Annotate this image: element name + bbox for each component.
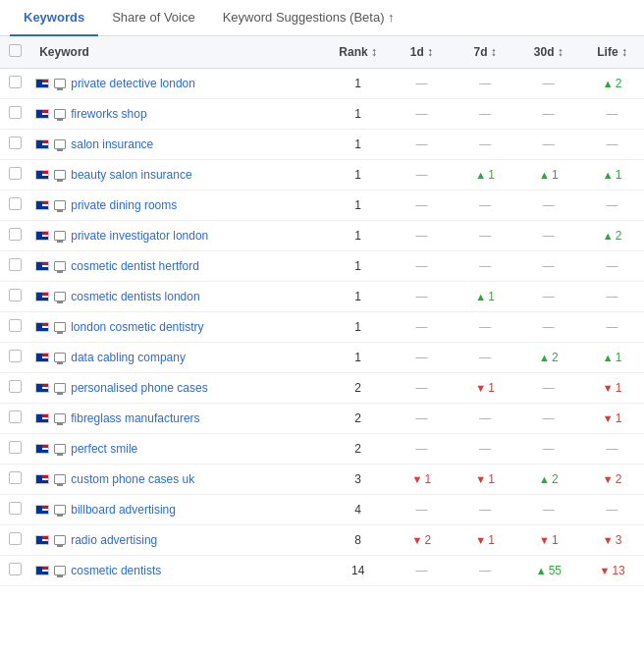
row-checkbox-cell[interactable] [0, 312, 29, 343]
row-checkbox-cell[interactable] [0, 404, 29, 434]
row-1d: — [390, 191, 454, 221]
header-7d[interactable]: 7d ↕ [454, 36, 517, 69]
row-checkbox-cell[interactable] [0, 434, 29, 465]
up-arrow-icon: ▲ [603, 169, 614, 181]
row-checkbox-cell[interactable] [0, 556, 29, 586]
row-life: ▼ 3 [580, 525, 644, 556]
keyword-text[interactable]: london cosmetic dentistry [71, 320, 203, 334]
keyword-text[interactable]: private investigator london [71, 229, 208, 243]
row-rank: 2 [326, 434, 390, 465]
keyword-text[interactable]: personalised phone cases [71, 381, 207, 395]
row-rank: 1 [326, 130, 390, 160]
row-30d: ▲ 55 [517, 556, 581, 586]
row-keyword-cell: salon insurance [29, 130, 326, 160]
row-30d: — [517, 130, 581, 160]
up-arrow-icon: ▲ [603, 230, 614, 242]
keyword-text[interactable]: custom phone cases uk [71, 472, 194, 486]
row-checkbox[interactable] [9, 563, 22, 575]
keyword-text[interactable]: private detective london [71, 77, 195, 90]
row-30d: — [517, 221, 581, 251]
monitor-icon [54, 444, 66, 454]
row-checkbox[interactable] [9, 197, 22, 210]
row-7d: — [454, 556, 517, 586]
row-checkbox[interactable] [9, 441, 22, 454]
keyword-text[interactable]: cosmetic dentist hertford [71, 259, 199, 273]
row-checkbox-cell[interactable] [0, 99, 29, 130]
keyword-text[interactable]: billboard advertising [71, 503, 176, 517]
row-checkbox[interactable] [9, 350, 22, 362]
row-1d: — [390, 99, 454, 130]
header-30d[interactable]: 30d ↕ [517, 36, 581, 69]
row-1d: — [390, 495, 454, 525]
row-1d: — [390, 160, 454, 191]
header-checkbox[interactable] [0, 36, 29, 69]
flag-icon [35, 109, 49, 119]
row-life: ▲ 1 [580, 160, 644, 191]
row-checkbox[interactable] [9, 532, 22, 545]
row-checkbox-cell[interactable] [0, 130, 29, 160]
keyword-text[interactable]: beauty salon insurance [71, 168, 191, 182]
keyword-text[interactable]: radio advertising [71, 533, 157, 547]
row-checkbox-cell[interactable] [0, 495, 29, 525]
down-arrow-icon: ▼ [603, 382, 614, 394]
row-checkbox[interactable] [9, 76, 22, 88]
header-rank[interactable]: Rank ↕ [326, 36, 390, 69]
select-all-checkbox[interactable] [9, 44, 22, 57]
table-row: personalised phone cases 2 — ▼ 1 — ▼ 1 [0, 373, 644, 404]
tab-share-of-voice[interactable]: Share of Voice [98, 0, 209, 36]
header-keyword[interactable]: Keyword [29, 36, 326, 69]
table-wrapper: Keyword Rank ↕ 1d ↕ 7d ↕ 30d ↕ Life ↕ [0, 36, 644, 586]
row-checkbox-cell[interactable] [0, 525, 29, 556]
row-checkbox-cell[interactable] [0, 191, 29, 221]
row-checkbox[interactable] [9, 410, 22, 423]
monitor-icon [54, 261, 66, 271]
tab-keyword-suggestions[interactable]: Keyword Suggestions (Beta) ↑ [209, 0, 408, 36]
row-checkbox-cell[interactable] [0, 221, 29, 251]
row-30d: — [517, 282, 581, 312]
row-30d: — [517, 312, 581, 343]
row-rank: 2 [326, 404, 390, 434]
row-checkbox[interactable] [9, 502, 22, 515]
keyword-text[interactable]: cosmetic dentists [71, 564, 161, 577]
row-1d: — [390, 130, 454, 160]
header-1d[interactable]: 1d ↕ [390, 36, 454, 69]
row-checkbox[interactable] [9, 106, 22, 119]
row-checkbox[interactable] [9, 289, 22, 301]
monitor-icon [54, 292, 66, 301]
row-checkbox[interactable] [9, 380, 22, 393]
keyword-text[interactable]: salon insurance [71, 137, 153, 151]
row-30d: ▲ 1 [517, 160, 581, 191]
keyword-text[interactable]: data cabling company [71, 351, 186, 364]
row-checkbox[interactable] [9, 137, 22, 149]
up-arrow-icon: ▲ [539, 352, 550, 363]
row-checkbox-cell[interactable] [0, 373, 29, 404]
row-1d: — [390, 282, 454, 312]
keyword-text[interactable]: cosmetic dentists london [71, 290, 199, 303]
keyword-text[interactable]: fireworks shop [71, 107, 146, 121]
keyword-text[interactable]: perfect smile [71, 442, 137, 456]
row-keyword-cell: perfect smile [29, 434, 326, 465]
row-checkbox-cell[interactable] [0, 69, 29, 99]
row-checkbox-cell[interactable] [0, 251, 29, 282]
row-checkbox-cell[interactable] [0, 465, 29, 495]
tab-keywords[interactable]: Keywords [10, 0, 98, 36]
keyword-text[interactable]: fibreglass manufacturers [71, 411, 199, 425]
row-checkbox[interactable] [9, 471, 22, 484]
row-checkbox[interactable] [9, 258, 22, 271]
flag-icon [35, 474, 49, 484]
keyword-text[interactable]: private dining rooms [71, 198, 177, 212]
row-7d: — [454, 343, 517, 373]
flag-icon [35, 413, 49, 423]
row-keyword-cell: fibreglass manufacturers [29, 404, 326, 434]
row-checkbox-cell[interactable] [0, 282, 29, 312]
row-checkbox-cell[interactable] [0, 343, 29, 373]
row-checkbox-cell[interactable] [0, 160, 29, 191]
row-keyword-cell: billboard advertising [29, 495, 326, 525]
row-rank: 1 [326, 69, 390, 99]
row-7d: ▼ 1 [454, 373, 517, 404]
row-checkbox[interactable] [9, 228, 22, 241]
row-checkbox[interactable] [9, 167, 22, 180]
row-checkbox[interactable] [9, 319, 22, 332]
header-life[interactable]: Life ↕ [580, 36, 644, 69]
row-1d: — [390, 556, 454, 586]
